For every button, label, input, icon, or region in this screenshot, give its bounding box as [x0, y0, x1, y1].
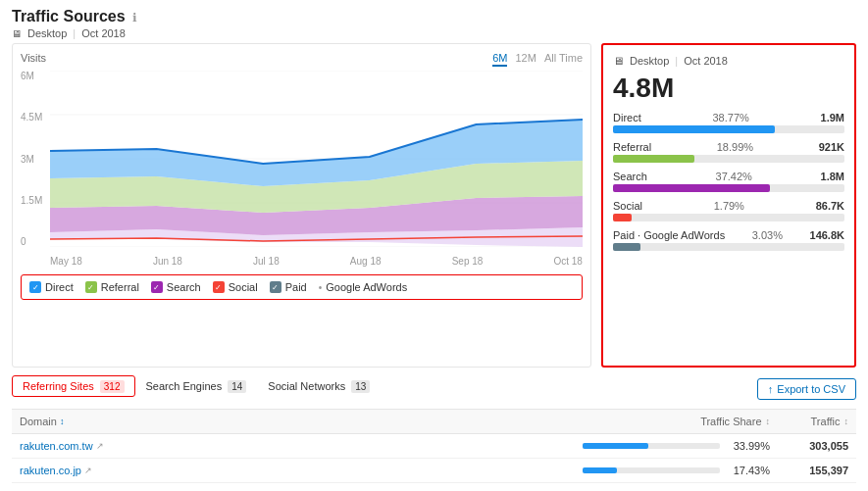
- referral-checkbox[interactable]: ✓: [85, 281, 97, 293]
- sub-header: 🖥 Desktop | Oct 2018: [12, 27, 856, 39]
- chart-svg: [50, 71, 583, 247]
- right-panel: 🖥 Desktop | Oct 2018 4.8M Direct 38.77% …: [601, 43, 856, 368]
- metric-social-fill: [613, 214, 632, 221]
- referring-count: 312: [100, 380, 125, 393]
- rp-period: Oct 2018: [684, 55, 728, 67]
- search-label: Search: [167, 281, 201, 293]
- domain-header-label: Domain: [20, 416, 57, 427]
- metric-referral-val: 921K: [819, 141, 844, 153]
- x-axis: May 18 Jun 18 Jul 18 Aug 18 Sep 18 Oct 1…: [50, 256, 583, 267]
- metric-direct-fill: [613, 125, 775, 133]
- metric-social-bar: [613, 214, 844, 221]
- metric-social-pct: 1.79%: [714, 200, 744, 212]
- main-container: Traffic Sources ℹ 🖥 Desktop | Oct 2018 V…: [0, 0, 868, 491]
- direct-label: Direct: [45, 281, 74, 293]
- paid-label: Paid: [285, 281, 307, 293]
- metric-paid-name: Paid · Google AdWords: [613, 229, 725, 241]
- row2-pct: 17.43%: [734, 465, 770, 476]
- period-label: Oct 2018: [81, 27, 126, 39]
- metric-paid: Paid · Google AdWords 3.03% 146.8K: [613, 229, 844, 251]
- export-icon: ↑: [768, 383, 774, 395]
- bullet-icon: •: [319, 282, 323, 293]
- export-label: Export to CSV: [777, 383, 845, 395]
- search-count: 14: [228, 380, 246, 393]
- row2-domain: rakuten.co.jp ↗: [20, 465, 495, 476]
- row1-domain: rakuten.com.tw ↗: [20, 440, 495, 452]
- row1-traffic: 303,055: [770, 440, 848, 452]
- metric-direct-name: Direct: [613, 112, 641, 123]
- paid-checkbox[interactable]: ✓: [270, 281, 281, 293]
- chart-header: Visits 6M 12M All Time: [21, 52, 583, 67]
- legend-referral[interactable]: ✓ Referral: [85, 281, 139, 293]
- metric-search-val: 1.8M: [821, 171, 844, 182]
- y-axis: 6M 4.5M 3M 1.5M 0: [21, 71, 50, 247]
- metric-search-name: Search: [613, 171, 647, 182]
- left-panel: Visits 6M 12M All Time 6M 4.5M 3M 1.5M 0: [12, 43, 591, 368]
- row2-traffic-val: 155,397: [809, 465, 848, 476]
- legend-search[interactable]: ✓ Search: [151, 281, 201, 293]
- metric-referral-bar: [613, 155, 844, 163]
- row1-bar-fill: [583, 443, 648, 449]
- metric-referral: Referral 18.99% 921K: [613, 141, 844, 163]
- metric-paid-val: 146.8K: [810, 229, 844, 241]
- metric-search-fill: [613, 184, 770, 192]
- external-icon: ↗: [96, 441, 104, 451]
- metric-social: Social 1.79% 86.7K: [613, 200, 844, 221]
- page-header: Traffic Sources ℹ 🖥 Desktop | Oct 2018: [12, 8, 856, 39]
- metric-direct-pct: 38.77%: [712, 112, 748, 123]
- time-alltime[interactable]: All Time: [544, 52, 583, 67]
- legend-social[interactable]: ✓ Social: [213, 281, 258, 293]
- row1-bar: [583, 443, 720, 449]
- time-6m[interactable]: 6M: [492, 52, 507, 67]
- metric-referral-fill: [613, 155, 694, 163]
- metric-direct-val: 1.9M: [821, 112, 844, 123]
- row1-traffic-val: 303,055: [809, 440, 848, 452]
- col-header-share[interactable]: Traffic Share ↕: [495, 416, 770, 427]
- traffic-sort-icon[interactable]: ↕: [844, 417, 849, 426]
- tab-referring-sites[interactable]: Referring Sites 312: [12, 375, 135, 397]
- content-area: Visits 6M 12M All Time 6M 4.5M 3M 1.5M 0: [12, 43, 856, 368]
- social-count: 13: [351, 380, 370, 393]
- export-button[interactable]: ↑ Export to CSV: [757, 378, 856, 400]
- table-header: Domain ↕ Traffic Share ↕ Traffic ↕: [12, 410, 856, 434]
- rp-device: Desktop: [630, 55, 669, 67]
- metric-paid-fill: [613, 243, 640, 251]
- row1-share-display: 33.99%: [583, 440, 770, 452]
- domain-sort-icon[interactable]: ↕: [60, 417, 65, 426]
- row2-bar: [583, 467, 720, 473]
- tab-social-networks[interactable]: Social Networks 13: [257, 375, 381, 397]
- col-header-domain[interactable]: Domain ↕: [20, 416, 495, 427]
- device-label: Desktop: [27, 27, 67, 39]
- row2-share: 17.43%: [495, 465, 770, 476]
- time-12m[interactable]: 12M: [515, 52, 536, 67]
- row1-share: 33.99%: [495, 440, 770, 452]
- legend-direct[interactable]: ✓ Direct: [29, 281, 74, 293]
- page-title: Traffic Sources: [12, 8, 126, 25]
- row2-traffic: 155,397: [770, 465, 848, 476]
- direct-checkbox[interactable]: ✓: [29, 281, 41, 293]
- separator: |: [73, 27, 76, 39]
- info-icon[interactable]: ℹ: [132, 11, 137, 25]
- metric-direct-bar: [613, 125, 844, 133]
- table-container: Domain ↕ Traffic Share ↕ Traffic ↕ rakut…: [12, 409, 856, 483]
- row1-pct: 33.99%: [734, 440, 770, 452]
- desktop-icon: 🖥: [12, 28, 22, 39]
- tab-search-engines[interactable]: Search Engines 14: [135, 375, 258, 397]
- rp-separator: |: [675, 55, 678, 67]
- social-label: Social: [229, 281, 258, 293]
- legend-paid[interactable]: ✓ Paid: [270, 281, 307, 293]
- metric-paid-bar: [613, 243, 844, 251]
- table-row: rakuten.com.tw ↗ 33.99% 303,055: [12, 434, 856, 459]
- row1-domain-link[interactable]: rakuten.com.tw: [20, 440, 93, 452]
- row2-domain-link[interactable]: rakuten.co.jp: [20, 465, 81, 476]
- tabs-row: Referring Sites 312 Search Engines 14 So…: [12, 375, 381, 397]
- col-header-traffic[interactable]: Traffic ↕: [770, 416, 848, 427]
- metric-referral-name: Referral: [613, 141, 651, 153]
- social-checkbox[interactable]: ✓: [213, 281, 225, 293]
- search-checkbox[interactable]: ✓: [151, 281, 163, 293]
- legend-adwords[interactable]: • Google AdWords: [319, 281, 407, 293]
- table-row: rakuten.co.jp ↗ 17.43% 155,397: [12, 459, 856, 483]
- share-header-label: Traffic Share: [700, 416, 761, 427]
- external-icon: ↗: [84, 466, 92, 475]
- adwords-label: Google AdWords: [326, 281, 407, 293]
